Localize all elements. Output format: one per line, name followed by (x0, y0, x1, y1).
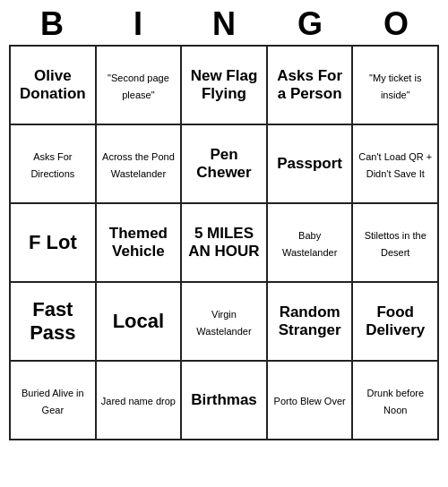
cell-0-1: "Second page please" (96, 46, 181, 124)
cell-text-3-0: Fast Pass (30, 298, 75, 344)
cell-text-3-3: Random Stranger (279, 303, 341, 338)
cell-text-3-1: Local (113, 310, 164, 332)
cell-4-0: Buried Alive in Gear (10, 361, 96, 440)
cell-text-2-2: 5 MILES AN HOUR (188, 225, 259, 260)
cell-1-1: Across the Pond Wastelander (96, 124, 181, 203)
cell-4-1: Jared name drop (96, 361, 181, 440)
cell-3-3: Random Stranger (267, 282, 353, 361)
cell-1-2: Pen Chewer (181, 124, 267, 203)
bingo-letter-o: O (360, 5, 432, 43)
cell-4-3: Porto Blew Over (267, 361, 353, 440)
bingo-letter-b: B (16, 5, 88, 43)
cell-2-0: F Lot (10, 203, 96, 282)
bingo-grid: Olive Donation"Second page please"New Fl… (9, 45, 439, 440)
cell-text-2-1: Themed Vehicle (109, 225, 168, 260)
bingo-letter-n: N (188, 5, 260, 43)
cell-2-4: Stilettos in the Desert (352, 203, 438, 282)
cell-text-0-1: "Second page please" (108, 73, 169, 100)
cell-text-2-4: Stilettos in the Desert (365, 230, 426, 258)
cell-1-3: Passport (267, 124, 353, 203)
cell-2-3: Baby Wastelander (267, 203, 353, 282)
cell-text-1-4: Can't Load QR + Didn't Save It (358, 151, 432, 179)
cell-2-2: 5 MILES AN HOUR (181, 203, 267, 282)
cell-text-2-3: Baby Wastelander (282, 230, 337, 258)
cell-0-2: New Flag Flying (181, 46, 267, 124)
cell-2-1: Themed Vehicle (96, 203, 181, 282)
cell-text-3-4: Food Delivery (366, 303, 425, 338)
cell-text-4-2: Birthmas (191, 391, 257, 408)
cell-text-0-2: New Flag Flying (191, 67, 258, 102)
cell-text-4-4: Drunk before Noon (366, 388, 424, 415)
cell-4-2: Birthmas (181, 361, 267, 440)
cell-text-1-0: Asks For Directions (30, 151, 74, 179)
cell-text-1-3: Passport (277, 155, 342, 172)
cell-3-4: Food Delivery (352, 282, 438, 361)
cell-text-0-3: Asks For a Person (277, 67, 342, 102)
cell-0-3: Asks For a Person (267, 46, 353, 124)
bingo-title: BINGO (9, 0, 439, 45)
cell-text-0-4: "My ticket is inside" (369, 73, 421, 100)
cell-0-0: Olive Donation (10, 46, 96, 124)
cell-0-4: "My ticket is inside" (352, 46, 438, 124)
cell-text-3-2: Virgin Wastelander (196, 309, 251, 337)
cell-text-1-1: Across the Pond Wastelander (102, 151, 175, 179)
cell-4-4: Drunk before Noon (352, 361, 438, 440)
cell-text-2-0: F Lot (29, 231, 77, 253)
cell-3-0: Fast Pass (10, 282, 96, 361)
cell-1-0: Asks For Directions (10, 124, 96, 203)
cell-1-4: Can't Load QR + Didn't Save It (352, 124, 438, 203)
cell-text-1-2: Pen Chewer (196, 146, 251, 181)
cell-3-2: Virgin Wastelander (181, 282, 267, 361)
cell-text-4-1: Jared name drop (101, 396, 176, 406)
cell-text-0-0: Olive Donation (20, 67, 86, 102)
bingo-letter-g: G (274, 5, 346, 43)
cell-text-4-0: Buried Alive in Gear (22, 388, 84, 415)
cell-text-4-3: Porto Blew Over (274, 396, 346, 406)
bingo-letter-i: I (102, 5, 174, 43)
cell-3-1: Local (96, 282, 181, 361)
